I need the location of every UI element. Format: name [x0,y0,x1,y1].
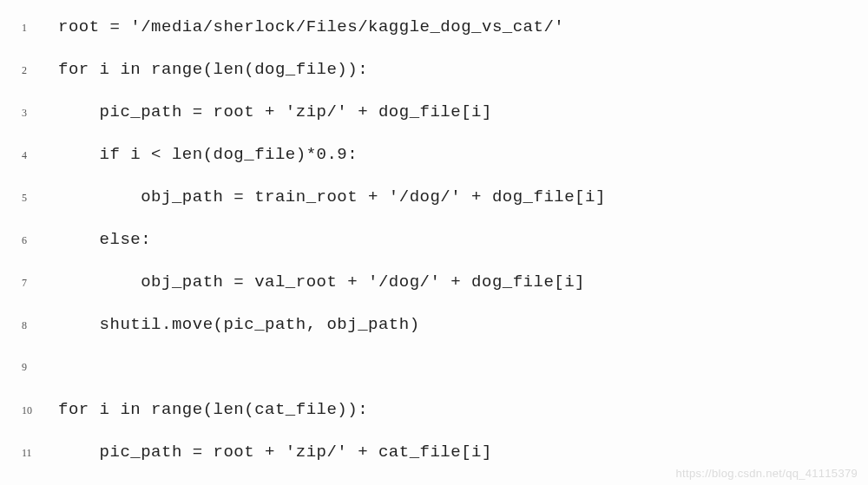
code-line: 3 pic_path = root + 'zip/' + dog_file[i] [22,102,846,123]
line-number: 7 [22,273,44,290]
code-line: 1 root = '/media/sherlock/Files/kaggle_d… [22,17,846,38]
code-text: root = '/media/sherlock/Files/kaggle_dog… [58,17,564,36]
code-text: for i in range(len(cat_file)): [58,400,368,419]
code-text: pic_path = root + 'zip/' + cat_file[i] [58,442,492,462]
code-text: if i < len(dog_file)*0.9: [58,145,358,164]
line-number: 9 [22,357,44,374]
code-block: 1 root = '/media/sherlock/Files/kaggle_d… [0,0,868,485]
line-number: 8 [22,316,44,332]
line-number: 2 [22,61,44,77]
code-line: 6 else: [22,230,846,251]
line-number: 5 [22,188,44,205]
code-text: else: [58,230,151,249]
code-text: pic_path = root + 'zip/' + dog_file[i] [58,102,492,121]
line-number: 3 [22,103,44,120]
code-line: 10 for i in range(len(cat_file)): [22,400,846,421]
code-text: obj_path = train_root + '/dog/' + dog_fi… [58,187,606,206]
line-number: 1 [22,18,44,35]
code-line: 7 obj_path = val_root + '/dog/' + dog_fi… [22,272,846,293]
code-line: 5 obj_path = train_root + '/dog/' + dog_… [22,187,846,208]
code-text: obj_path = val_root + '/dog/' + dog_file… [58,272,585,292]
code-line: 8 shutil.move(pic_path, obj_path) [22,315,846,336]
line-number: 6 [22,231,44,247]
code-line: 4 if i < len(dog_file)*0.9: [22,145,846,166]
code-text: shutil.move(pic_path, obj_path) [58,315,420,334]
watermark-text: https://blog.csdn.net/qq_41115379 [676,467,858,480]
code-line: 11 pic_path = root + 'zip/' + cat_file[i… [22,442,846,463]
code-line: 9 [22,357,846,378]
code-line: 2 for i in range(len(dog_file)): [22,60,846,81]
line-number: 11 [22,443,44,460]
code-text: for i in range(len(dog_file)): [58,60,368,79]
line-number: 10 [22,401,44,417]
line-number: 4 [22,146,44,162]
